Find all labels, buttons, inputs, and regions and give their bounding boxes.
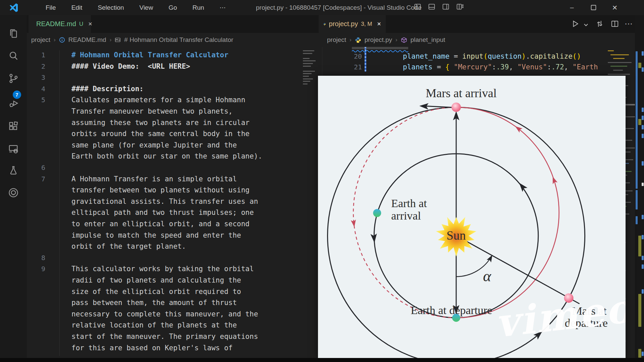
menu-item-[interactable]: ⋯ [214,2,231,13]
run-debug-icon[interactable] [8,98,19,109]
code-token: input [462,52,483,60]
tab-project-py-problems-badge: 3, M [361,21,372,27]
ruler-mark [642,215,644,219]
customize-layout-icon[interactable] [455,2,464,11]
ruler-mark [636,216,638,224]
ruler-mark [642,289,644,294]
ruler-mark [642,116,644,120]
readme-line: Transfer maneuver between two planets, [27,107,322,119]
readme-line: 1# Hohmann Orbital Transfer Calculator [27,51,322,62]
overview-ruler[interactable] [635,15,644,362]
readme-line: 5Calulates parameters for a simple Hohma… [27,96,322,107]
toggle-panel-icon[interactable] [427,2,436,11]
breadcrumb-item[interactable]: project [327,36,346,44]
breadcrumb-item[interactable]: project [31,36,50,44]
readme-line: orbit of the target planet. [27,242,322,254]
line-number: 2 [35,62,45,70]
line-number: 20 [342,52,362,60]
extensions-icon[interactable] [8,120,19,132]
code-token: . [526,52,530,60]
right-editor-more-actions[interactable]: ⋯ [625,19,633,28]
menu-item-run[interactable]: Run [187,3,210,13]
remote-explorer-icon[interactable] [8,143,19,155]
menu-item-selection[interactable]: Selection [92,3,129,13]
layout-controls [413,2,464,11]
readme-line: 8 [27,254,322,265]
left-minimap[interactable] [303,50,317,87]
code-token: , [509,63,517,71]
maximize-button[interactable] [588,3,598,13]
chevron-right-icon: › [54,37,56,43]
toggle-secondary-sidebar-icon[interactable] [441,2,450,11]
explorer-icon[interactable] [8,28,19,39]
code-line: planets = { "Mercury":.39, "Venus":.72, … [403,63,598,74]
vimeo-watermark: vimeo [493,285,626,347]
ruler-mark [642,264,644,269]
readme-text: This calculator works by taking the orbi… [71,265,254,273]
mars-velocity-arrow-line [422,106,456,108]
ruler-mark [638,349,641,358]
earth-arrival-label-2: arrival [391,209,421,222]
readme-line: start of the maneuver. The primary equat… [27,333,322,344]
readme-text: pass between them, the amount of thrust [71,299,237,307]
menu-item-file[interactable]: File [40,3,61,13]
github-icon[interactable] [8,187,19,198]
mars-at-arrival-dot [451,103,461,112]
menu-item-edit[interactable]: Edit [66,3,88,13]
minimize-button[interactable]: – [567,3,577,13]
earth-at-arrival-dot [373,209,381,217]
close-window-button[interactable]: ✕ [610,3,620,13]
readme-line: elltipcal path and two thrust impulses; … [27,208,322,220]
breadcrumb-item[interactable]: planet_input [411,36,445,44]
code-token: "Venus" [517,63,547,71]
ruler-mark [642,256,644,260]
readme-text: size of the elliptical orbit required to [71,288,241,296]
sun-label: Sun [446,229,466,242]
readme-text: #### Description: [71,85,144,93]
menu-item-go[interactable]: Go [163,3,182,13]
source-control-icon[interactable] [8,73,19,84]
tab-readme-git-badge: U [79,21,83,27]
tab-readme[interactable]: README.md U × [29,15,91,33]
menu-item-view[interactable]: View [134,3,159,13]
tab-readme-close-icon[interactable]: × [88,20,92,28]
tab-readme-label: README.md [36,20,76,28]
readme-editor[interactable]: 1# Hohmann Orbital Transfer Calculator2#… [27,47,322,358]
readme-line: Earth both orbit our star on the same pl… [27,152,322,164]
code-token: "Mercury" [454,63,492,71]
tab-project-py-close-icon[interactable]: × [377,20,381,28]
readme-line: orbits around the same central body in t… [27,130,322,141]
menu-bar: FileEditSelectionViewGoRun⋯ [40,0,231,15]
breadcrumb-item[interactable]: project.py [365,36,392,44]
line-number: 3 [35,73,45,81]
code-token: .39 [496,63,509,71]
breadcrumb-item[interactable]: # Hohmann Orbital Transfer Calculator [124,36,233,44]
open-changes-icon[interactable] [595,19,604,28]
python-icon [323,21,326,27]
code-token: : [547,63,551,71]
readme-text: #### Video Demo: <URL HERE> [71,62,190,70]
readme-line: to enter an elliptical orbit, and a seco… [27,220,322,231]
tab-project-py[interactable]: project.py 3, M × [319,15,386,33]
readme-line: impulse to match the speed and enter the [27,231,322,243]
run-python-file-button[interactable] [571,19,580,28]
tab-bar: README.md U × ⋯ project.py 3, M × ⋯ [27,15,644,33]
readme-line: radii of two planets and calculating the [27,276,322,288]
breadcrumb-item[interactable]: README.md [68,36,106,44]
markdown-symbol-icon [115,37,121,43]
toggle-sidebar-icon[interactable] [413,2,422,11]
clipped-line19 [352,47,408,49]
split-editor-icon[interactable] [610,19,619,28]
ruler-mark [642,125,644,129]
search-icon[interactable] [8,50,19,62]
readme-line: 6 [27,164,322,175]
line-number: 6 [35,164,45,172]
run-dropdown-chevron-icon[interactable] [583,22,589,28]
line-number: 1 [35,51,45,59]
readme-line: for this are based on Kepler's laws of [27,344,322,355]
breadcrumb-right: project › project.py › planet_input [327,33,445,47]
code-token: , [564,63,573,71]
testing-icon[interactable] [8,165,19,176]
readme-text: assuming these two planets are in circul… [71,119,250,127]
code-token: "Earth [573,63,598,71]
